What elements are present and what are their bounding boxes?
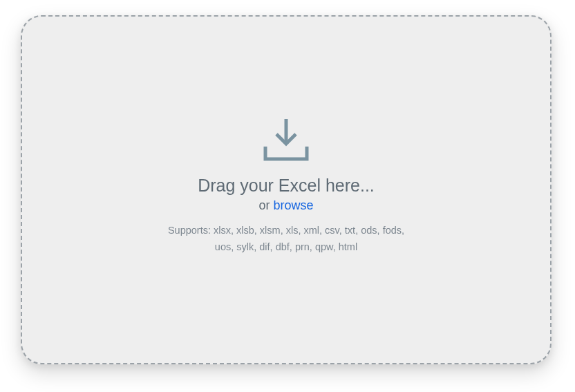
dropzone-sub-line: or browse xyxy=(258,198,313,213)
supported-formats-text: Supports: xlsx, xlsb, xlsm, xls, xml, cs… xyxy=(162,223,411,256)
download-icon xyxy=(260,116,312,163)
file-dropzone[interactable]: Drag your Excel here... or browse Suppor… xyxy=(21,15,552,364)
dropzone-main-text: Drag your Excel here... xyxy=(198,176,375,196)
browse-link[interactable]: browse xyxy=(273,198,313,212)
dropzone-content: Drag your Excel here... or browse Suppor… xyxy=(162,116,411,256)
or-text: or xyxy=(258,198,273,212)
